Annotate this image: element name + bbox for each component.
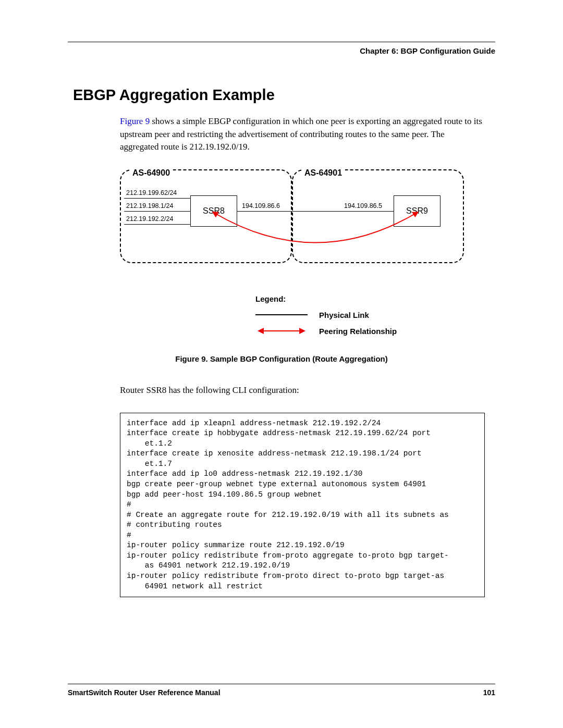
link-ip-right: 194.109.86.5 — [344, 202, 382, 209]
page-footer: SmartSwitch Router User Reference Manual… — [68, 684, 495, 697]
legend-title: Legend: — [255, 294, 495, 303]
peering-arc-icon — [203, 210, 427, 257]
legend-physical-row: Physical Link — [255, 311, 495, 319]
link-ip-left: 194.109.86.6 — [242, 202, 280, 209]
intro-paragraph: Figure 9 shows a simple EBGP configurati… — [120, 115, 485, 154]
wire-ip1 — [124, 198, 190, 199]
legend-physical-line-icon — [255, 314, 308, 315]
legend-peering-label: Peering Relationship — [319, 327, 397, 336]
cli-code-block: interface add ip xleapnl address-netmask… — [120, 413, 485, 598]
footer-manual-title: SmartSwitch Router User Reference Manual — [68, 688, 221, 697]
cli-intro: Router SSR8 has the following CLI config… — [120, 384, 485, 397]
ip-label-2: 212.19.198.1/24 — [126, 202, 173, 209]
footer-page-number: 101 — [483, 688, 495, 697]
ip-label-3: 212.19.192.2/24 — [126, 215, 173, 223]
page: Chapter 6: BGP Configuration Guide EBGP … — [0, 0, 563, 728]
legend: Legend: Physical Link Peering Relationsh… — [255, 294, 495, 336]
as-label-right: AS-64901 — [301, 168, 345, 178]
legend-peering-arrow-icon — [255, 328, 308, 334]
network-diagram: AS-64900 AS-64901 212.19.199.62/24 212.1… — [120, 169, 495, 274]
ip-label-1: 212.19.199.62/24 — [126, 189, 177, 196]
as-label-left: AS-64900 — [129, 168, 173, 178]
wire-ip2 — [124, 211, 190, 212]
figure-caption: Figure 9. Sample BGP Configuration (Rout… — [68, 354, 495, 363]
header-rule — [68, 42, 495, 42]
chapter-header: Chapter 6: BGP Configuration Guide — [68, 46, 495, 55]
section-title: EBGP Aggregation Example — [73, 87, 495, 104]
legend-physical-label: Physical Link — [319, 311, 369, 319]
figure-link[interactable]: Figure 9 — [120, 116, 150, 126]
intro-text: shows a simple EBGP configuration in whi… — [120, 116, 482, 152]
legend-peering-row: Peering Relationship — [255, 327, 495, 336]
wire-ip3 — [124, 224, 190, 225]
